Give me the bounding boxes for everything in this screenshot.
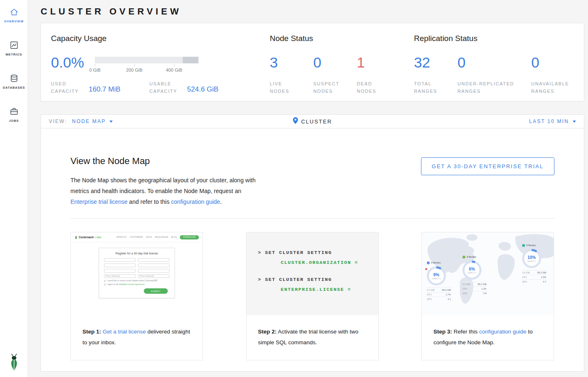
- used-capacity-label: USED CAPACITY: [51, 81, 79, 94]
- map-node-east: 3 Nodes 10%CAPACITY 3.6 GiB58.2 GiB CPU2…: [522, 244, 546, 284]
- capacity-usage-section: Capacity Usage 0.0% 0 GiB 200 GiB 400 Gi…: [51, 34, 262, 94]
- capacity-bar-segment: [183, 57, 198, 63]
- time-range-value: LAST 10 MIN: [529, 118, 569, 124]
- capacity-donut: 6%CAPACITY: [462, 261, 482, 280]
- sql-prompt: > SET CLUSTER SETTING: [258, 277, 378, 282]
- screenshot-nav: PRODUCT CUSTOMERS DOCS RESOURCES BLOG DO…: [116, 235, 199, 239]
- node-map-preview: 3 Nodes 9%CAPACITY 0.2 GiB58.2 GiB CPU1.…: [422, 232, 554, 315]
- steps-row: Cockroach LABS PRODUCT CUSTOMERS DOCS RE…: [70, 232, 554, 360]
- page-title: CLUSTER OVERVIEW: [41, 6, 588, 17]
- screenshot-submit-button: SUBMIT: [144, 288, 168, 294]
- capacity-donut: 9%CAPACITY: [427, 266, 446, 285]
- map-node-central: 3 Nodes 6%CAPACITY 0.2 GiB58.2 GiB CPU1.…: [462, 256, 486, 295]
- section-title: Replication Status: [414, 34, 575, 43]
- sidebar-item-label: JOBS: [9, 119, 19, 123]
- cockroachdb-logo: [0, 353, 28, 371]
- step-1-caption: Step 1: Get a trial license delivered st…: [71, 315, 203, 348]
- sql-setting: CLUSTER.ORGANIZATION =: [258, 260, 378, 265]
- replication-status-section: Replication Status 32 TOTALRANGES 0 UNDE…: [414, 34, 575, 94]
- enterprise-trial-button[interactable]: GET A 30-DAY ENTERPRISE TRIAL: [421, 157, 554, 175]
- tick-label: 200 GiB: [126, 68, 143, 72]
- screenshot-download-button: DOWNLOAD: [180, 235, 199, 239]
- suspect-nodes-stat: 0 SUSPECTNODES: [313, 56, 357, 94]
- node-dot: [427, 261, 430, 264]
- register-screenshot: Cockroach LABS PRODUCT CUSTOMERS DOCS RE…: [71, 232, 203, 315]
- cluster-label: CLUSTER: [301, 118, 332, 125]
- sidebar-item-overview[interactable]: OVERVIEW: [0, 0, 28, 32]
- time-range-selector[interactable]: LAST 10 MIN: [529, 118, 576, 124]
- view-selector[interactable]: VIEW: NODE MAP: [49, 118, 113, 124]
- node-stats: 0.2 GiB58.2 GiB CPU1.7% QPS4.1: [427, 288, 451, 301]
- capacity-used-percent: 0.0%: [51, 56, 95, 75]
- briefcase-icon: [10, 107, 19, 116]
- home-icon: [10, 7, 19, 17]
- usable-capacity-label: USABLE CAPACITY: [150, 81, 177, 94]
- node-map-card: View the Node Map The Node Map shows the…: [41, 128, 584, 372]
- step-3-card: 3 Nodes 9%CAPACITY 0.2 GiB58.2 GiB CPU1.…: [421, 232, 554, 360]
- capacity-donut: 10%CAPACITY: [522, 249, 541, 268]
- node-map-description: The Node Map shows the geographical layo…: [70, 175, 262, 207]
- node-dot: [462, 256, 465, 259]
- sidebar-item-label: METRICS: [5, 53, 22, 56]
- sidebar-item-jobs[interactable]: JOBS: [0, 98, 28, 131]
- chevron-down-icon: [573, 121, 576, 123]
- section-title: Capacity Usage: [51, 34, 262, 43]
- map-node-west: 3 Nodes 9%CAPACITY 0.2 GiB58.2 GiB CPU1.…: [427, 261, 451, 301]
- sql-prompt: > SET CLUSTER SETTING: [258, 250, 378, 255]
- metrics-icon: [10, 41, 19, 50]
- node-status-section: Node Status 3 LIVENODES 0 SUSPECTNODES 1…: [270, 34, 400, 94]
- sidebar-item-databases[interactable]: DATABASES: [0, 65, 28, 98]
- divider: [70, 218, 554, 219]
- used-capacity-value: 160.7 MiB: [89, 85, 121, 94]
- enterprise-trial-license-link[interactable]: Enterprise trial license: [70, 198, 128, 205]
- step-3-caption: Step 3: Refer this configuration guide t…: [422, 315, 554, 348]
- screenshot-register-form: Register for a 30-day trial license Phon…: [99, 248, 175, 298]
- live-nodes-stat: 3 LIVENODES: [270, 56, 313, 94]
- tick-label: 0 GiB: [89, 68, 101, 72]
- sql-code-block: > SET CLUSTER SETTING CLUSTER.ORGANIZATI…: [247, 232, 378, 315]
- node-stats: 0.2 GiB58.2 GiB CPU1.2% QPS3.8: [462, 282, 486, 295]
- view-label: VIEW:: [49, 118, 67, 124]
- chevron-down-icon: [109, 121, 113, 123]
- configuration-guide-link[interactable]: configuration guide: [479, 329, 526, 335]
- section-title: Node Status: [270, 34, 400, 43]
- main-content: CLUSTER OVERVIEW Capacity Usage 0.0% 0 G…: [28, 0, 588, 377]
- total-ranges-stat: 32 TOTALRANGES: [414, 56, 457, 94]
- view-value: NODE MAP: [72, 118, 106, 124]
- sql-setting: ENTERPRISE.LICENSE =: [258, 287, 378, 292]
- configuration-guide-link[interactable]: configuration guide: [171, 198, 220, 205]
- under-replicated-ranges-stat: 0 UNDER-REPLICATEDRANGES: [457, 56, 531, 94]
- sidebar-item-label: DATABASES: [3, 86, 25, 89]
- step-2-card: > SET CLUSTER SETTING CLUSTER.ORGANIZATI…: [246, 232, 379, 360]
- screenshot-brand: Cockroach LABS: [75, 235, 102, 239]
- capacity-bar-track: [95, 57, 198, 63]
- tick-label: 400 GiB: [166, 68, 182, 72]
- cluster-breadcrumb: CLUSTER: [41, 115, 584, 128]
- unavailable-ranges-stat: 0 UNAVAILABLERANGES: [531, 56, 575, 94]
- step-1-card: Cockroach LABS PRODUCT CUSTOMERS DOCS RE…: [70, 232, 203, 360]
- map-pin-icon: [293, 117, 298, 126]
- step-2-caption: Step 2: Activate the trial license with …: [247, 315, 378, 348]
- dead-nodes-stat: 1 DEADNODES: [357, 56, 400, 94]
- capacity-axis: 0 GiB 200 GiB 400 GiB: [95, 64, 198, 75]
- sidebar: OVERVIEW METRICS DATABASES JOBS: [0, 0, 28, 377]
- usable-capacity-value: 524.6 GiB: [187, 85, 219, 94]
- node-stats: 3.6 GiB58.2 GiB CPU2.3% QPS4.7: [522, 270, 546, 284]
- cluster-summary-card: Capacity Usage 0.0% 0 GiB 200 GiB 400 Gi…: [41, 23, 584, 102]
- sidebar-item-metrics[interactable]: METRICS: [0, 32, 28, 65]
- node-dot: [522, 244, 525, 247]
- view-bar: VIEW: NODE MAP CLUSTER LAST 10 MIN: [41, 114, 584, 128]
- database-icon: [10, 74, 19, 83]
- sidebar-item-label: OVERVIEW: [4, 19, 24, 23]
- capacity-bar: 0 GiB 200 GiB 400 GiB: [95, 57, 198, 75]
- get-trial-license-link[interactable]: Get a trial license: [103, 329, 146, 335]
